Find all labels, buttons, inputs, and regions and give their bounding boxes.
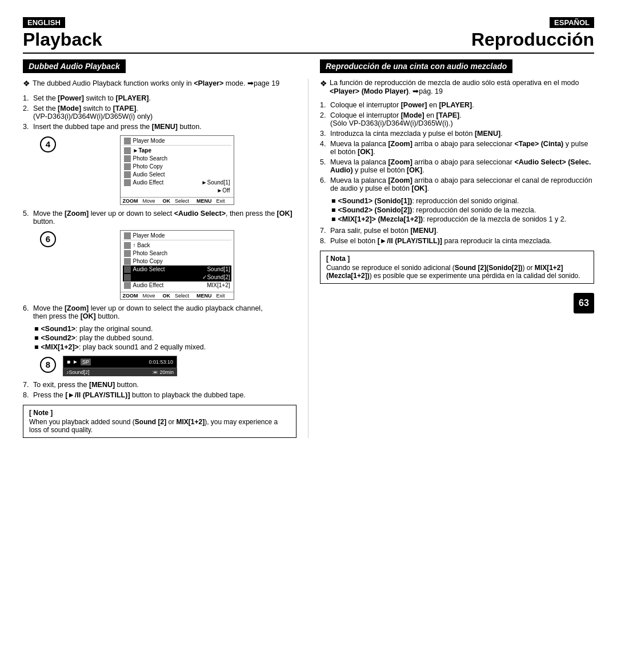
menu4-row-audio-select: Audio Select: [123, 171, 231, 179]
menu-area-4: 4 Player Mode ►Tape: [23, 135, 297, 205]
section-header-left: Dubbed Audio Playback: [23, 59, 126, 73]
note-text-right: Cuando se reproduce el sonido adicional …: [326, 264, 588, 280]
menu6-row-audio-effect: Audio Effect MIX[1+2]: [123, 281, 231, 289]
step-6-left: 6. Move the [Zoom] lever up or down to s…: [23, 304, 297, 320]
step-num: 3.: [320, 130, 330, 138]
step-text: Mueva la palanca [Zoom] arriba o abajo p…: [330, 176, 594, 192]
step-7-right: 7. Para salir, pulse el botón [MENU].: [320, 227, 594, 235]
step-3-left: 3. Insert the dubbed tape and press the …: [23, 123, 297, 131]
step-num: 5.: [23, 210, 33, 218]
steps-right-7-8: 7. Para salir, pulse el botón [MENU]. 8.…: [320, 227, 594, 245]
step-num: 1.: [23, 94, 33, 102]
playback-stop-icon: ■: [67, 359, 70, 365]
bullet-icon: ■: [34, 343, 39, 351]
step-text: Para salir, pulse el botón [MENU].: [330, 227, 594, 235]
note-title-left: [ Note ]: [29, 409, 290, 417]
bullet-text: <Sound1> (Sonido[1]): reproducción del s…: [338, 197, 519, 205]
page-num-container: 63: [320, 293, 594, 313]
step-circle-4: 4: [40, 136, 56, 152]
bullet-item: ■ <MIX[1+2]>: play back sound1 and 2 equ…: [34, 343, 297, 351]
playback-sp: SP: [81, 359, 91, 365]
playback-remaining: 📼 20min: [152, 369, 174, 375]
step-3-right: 3. Introduzca la cinta mezclada y pulse …: [320, 130, 594, 138]
step-text: Pulse el botón [►/II (PLAY/STILL)] para …: [330, 237, 594, 245]
lang-badge-english: ENGLISH: [23, 17, 65, 28]
bullet-item: ■ <Sound1> (Sonido[1]): reproducción del…: [331, 197, 594, 205]
bullet-icon: ■: [331, 215, 336, 223]
intro-note-right: ❖ La función de reproducción de mezcla d…: [320, 79, 594, 95]
col-left: ❖ The dubbed Audio Playback function wor…: [23, 79, 308, 438]
bullet-item: ■ <Sound2> (Sonido[2]): reproducción del…: [331, 206, 594, 214]
step-text: Move the [Zoom] lever up or down to sele…: [33, 210, 297, 226]
note-title-right: [ Nota ]: [326, 255, 588, 263]
title-left: Playback: [23, 29, 102, 50]
menu6-row-photo-search: Photo Search: [123, 250, 231, 257]
playback-screen: ■ ► SP 0:01:53:10: [63, 356, 177, 368]
bullet-text: <MIX[1+2]> (Mezcla[1+2]): reproducción d…: [338, 215, 567, 223]
header-row: ENGLISH ESPAÑOL: [23, 17, 594, 28]
menu6-title: Player Mode: [133, 232, 165, 239]
step-circle-8: 8: [40, 357, 56, 373]
page-number-badge: 63: [574, 293, 594, 313]
step-text: Move the [Zoom] lever up or down to sele…: [33, 304, 297, 320]
title-row: Playback Reproducción: [23, 29, 594, 54]
step-text: To exit, press the [MENU] button.: [33, 381, 297, 389]
menu6-row-back: ↑ Back: [123, 242, 231, 250]
menu4-footer: ZOOM Move OK Select MENU Exit: [121, 197, 234, 204]
bullet-icon: ■: [34, 325, 39, 333]
title-right: Reproducción: [471, 29, 594, 50]
menu6-footer: ZOOM Move OK Select MENU Exit: [121, 292, 234, 299]
step-4-right: 4. Mueva la palanca [Zoom] arriba o abaj…: [320, 140, 594, 156]
step-2-left: 2. Set the [Mode] switch to [TAPE].(VP-D…: [23, 104, 297, 120]
step-1-left: 1. Set the [Power] switch to [PLAYER].: [23, 94, 297, 102]
step-circle-6: 6: [40, 231, 56, 247]
bullet-list-right: ■ <Sound1> (Sonido[1]): reproducción del…: [331, 197, 594, 223]
playback-sound-label: ♪Sound[2]: [66, 369, 90, 375]
bullet-item: ■ <Sound2>: play the dubbed sound.: [34, 334, 297, 342]
diamond-icon-right: ❖: [320, 79, 327, 88]
bullet-list-left: ■ <Sound1>: play the original sound. ■ <…: [34, 325, 297, 351]
section-header-row: Dubbed Audio Playback Reproducción de un…: [23, 59, 594, 73]
step-text: Coloque el interruptor [Power] en [PLAYE…: [330, 101, 594, 109]
step-num: 4.: [320, 140, 330, 148]
step-text: Set the [Power] switch to [PLAYER].: [33, 94, 297, 102]
step-num: 7.: [320, 227, 330, 235]
menu4-row-off: ►Off: [123, 187, 231, 195]
step-text: Insert the dubbed tape and press the [ME…: [33, 123, 297, 131]
step-6-right: 6. Mueva la palanca [Zoom] arriba o abaj…: [320, 176, 594, 192]
note-box-left: [ Note ] When you playback added sound (…: [23, 405, 297, 438]
menu-screen-6: Player Mode ↑ Back Photo Search: [120, 230, 234, 300]
step-text: Coloque el interruptor [Mode] en [TAPE].…: [330, 111, 594, 127]
steps-left-1: 1. Set the [Power] switch to [PLAYER]. 2…: [23, 94, 297, 131]
menu4-row-audio-effect: Audio Effect ►Sound[1]: [123, 179, 231, 187]
menu-screen-4: Player Mode ►Tape Photo Search: [120, 135, 234, 205]
step-num: 8.: [320, 237, 330, 245]
step-text: Set the [Mode] switch to [TAPE].(VP-D363…: [33, 104, 297, 120]
step-num: 2.: [320, 111, 330, 119]
lang-badge-espanol: ESPAÑOL: [550, 17, 594, 28]
bullet-text: <Sound2>: play the dubbed sound.: [41, 334, 154, 342]
menu4-row-photo-search: Photo Search: [123, 155, 231, 163]
steps-left-6-text: 6. Move the [Zoom] lever up or down to s…: [23, 304, 297, 320]
playback-area: 8 ■ ► SP 0:01:53:10 ♪Sound[2] 📼 20min: [23, 356, 297, 376]
intro-text-left: The dubbed Audio Playback function works…: [33, 79, 279, 87]
menu4-row-photo-copy: Photo Copy: [123, 163, 231, 171]
step-text: Mueva la palanca [Zoom] arriba o abajo p…: [330, 140, 594, 156]
steps-left-5: 5. Move the [Zoom] lever up or down to s…: [23, 210, 297, 226]
step-text: Mueva la palanca [Zoom] arriba o abajo p…: [330, 158, 594, 174]
col-right: ❖ La función de reproducción de mezcla d…: [308, 79, 594, 438]
section-header-right: Reproducción de una cinta con audio mezc…: [320, 59, 512, 73]
step-num: 3.: [23, 123, 33, 131]
intro-note-left: ❖ The dubbed Audio Playback function wor…: [23, 79, 297, 88]
playback-play-icon: ►: [73, 359, 78, 365]
playback-time-info: 0:01:53:10: [149, 359, 173, 365]
bullet-icon: ■: [331, 197, 336, 205]
diamond-icon-left: ❖: [23, 79, 30, 88]
note-text-left: When you playback added sound (Sound [2]…: [29, 418, 290, 434]
bullet-text: <Sound2> (Sonido[2]): reproducción del s…: [338, 206, 536, 214]
page: ENGLISH ESPAÑOL Playback Reproducción Du…: [0, 0, 617, 672]
step-5-left: 5. Move the [Zoom] lever up or down to s…: [23, 210, 297, 226]
step-num: 6.: [23, 304, 33, 312]
step-num: 6.: [320, 176, 330, 184]
bullet-text: <MIX[1+2]>: play back sound1 and 2 equal…: [41, 343, 206, 351]
